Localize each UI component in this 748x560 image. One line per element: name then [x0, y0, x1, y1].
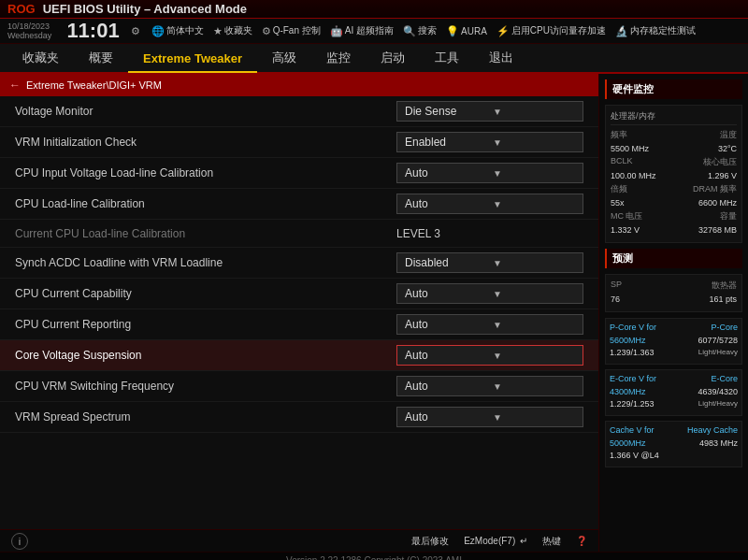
- toolbar-aura-label: AURA: [461, 26, 487, 36]
- settings-list: Voltage Monitor Die Sense ▼ VRM Initiali…: [0, 96, 598, 529]
- setting-synch-acdc-dropdown[interactable]: Disabled ▼: [396, 252, 583, 273]
- toolbar: 🌐 简体中文 ★ 收藏夹 ⚙ Q-Fan 控制 🤖 AI 超频指南 🔍 搜索 💡…: [151, 24, 696, 37]
- hw-mc-v-label: MC 电压: [611, 210, 643, 223]
- setting-cpu-current-cap-dropdown[interactable]: Auto ▼: [396, 283, 583, 304]
- dropdown-arrow-5: ▼: [493, 258, 575, 268]
- clock-time: 11:01: [66, 21, 119, 41]
- pcore-v-for-value: 1.239/1.363: [610, 348, 654, 357]
- hw-proc-mem-title: 处理器/内存: [611, 110, 737, 125]
- sp-label: SP: [611, 280, 622, 292]
- hw-temp-value: 32°C: [718, 144, 737, 153]
- left-panel: ← Extreme Tweaker\DIGI+ VRM Voltage Moni…: [0, 74, 598, 552]
- language-icon: 🌐: [151, 25, 165, 37]
- hw-bclk-val-row: 100.00 MHz 1.296 V: [611, 171, 737, 180]
- nav-exit[interactable]: 退出: [474, 44, 528, 74]
- toolbar-aura[interactable]: 💡 AURA: [446, 25, 487, 37]
- setting-cpu-llc-dropdown[interactable]: Auto ▼: [396, 194, 583, 214]
- toolbar-language[interactable]: 🌐 简体中文: [151, 24, 204, 37]
- setting-cpu-vrm-freq-dropdown[interactable]: Auto ▼: [396, 376, 583, 396]
- toolbar-cpu-boost[interactable]: ⚡ 启用CPU访问量存加速: [496, 24, 606, 37]
- toolbar-ai-label: AI 超频指南: [345, 24, 394, 37]
- hw-temp-label: 温度: [720, 129, 737, 141]
- dropdown-arrow-8: ▼: [493, 351, 575, 361]
- setting-vrm-init-value: Enabled: [405, 136, 487, 149]
- hw-mult-val-row: 55x 6600 MHz: [611, 198, 737, 208]
- hotkey-btn[interactable]: 热键: [542, 535, 561, 548]
- settings-icon[interactable]: ⚙: [131, 25, 140, 37]
- setting-core-v-suspension-dropdown[interactable]: Auto ▼: [396, 345, 583, 366]
- hw-freq-row: 频率 温度: [611, 129, 737, 141]
- ecore-v-for-label: E-Core V for: [610, 374, 656, 383]
- nav-tools[interactable]: 工具: [420, 44, 474, 74]
- ez-mode-btn[interactable]: EzMode(F7) ↵: [464, 536, 527, 546]
- header-bar: ROG UEFI BIOS Utility – Advanced Mode: [0, 0, 748, 19]
- setting-cpu-current-report-dropdown[interactable]: Auto ▼: [396, 314, 583, 335]
- hw-capacity-value: 32768 MB: [698, 225, 737, 235]
- nav-advanced[interactable]: 高级: [257, 44, 311, 74]
- pcore-v-for-label: P-Core V for: [610, 323, 656, 332]
- dropdown-arrow-9: ▼: [493, 381, 575, 392]
- cpu-boost-icon: ⚡: [496, 25, 510, 37]
- nav-monitor[interactable]: 监控: [311, 44, 366, 74]
- breadcrumb: ← Extreme Tweaker\DIGI+ VRM: [0, 74, 598, 96]
- cache-lh-label: Heavy Cache: [687, 425, 738, 435]
- heatsink-label: 散热器: [712, 280, 737, 292]
- predict-title: 预测: [605, 249, 742, 268]
- dropdown-arrow-6: ▼: [493, 289, 575, 299]
- pcore-lh-sub: Light/Heavy: [698, 348, 738, 357]
- setting-core-v-suspension-label: Core Voltage Suspension: [15, 349, 396, 362]
- rog-logo: ROG: [7, 2, 36, 16]
- setting-voltage-monitor-dropdown[interactable]: Die Sense ▼: [396, 101, 583, 122]
- right-panel: 硬件监控 处理器/内存 频率 温度 5500 MHz 32°C BCLK 核心电…: [598, 74, 748, 552]
- setting-vrm-spread-dropdown[interactable]: Auto ▼: [396, 407, 583, 427]
- hw-bclk-value: 100.00 MHz: [611, 171, 656, 180]
- nav-boot[interactable]: 启动: [366, 44, 420, 74]
- cache-v-group: Cache V for Heavy Cache 5000MHz 4983 MHz…: [605, 421, 742, 467]
- cache-v-for-freq: 5000MHz: [610, 438, 646, 448]
- pcore-v-group: P-Core V for P-Core 5600MHz 6077/5728 1.…: [605, 318, 742, 365]
- dropdown-arrow-1: ▼: [493, 137, 575, 148]
- toolbar-mem-test[interactable]: 🔬 内存稳定性测试: [615, 24, 696, 37]
- hw-mult-label: 倍频: [611, 183, 627, 195]
- setting-vrm-init-label: VRM Initialization Check: [15, 136, 396, 149]
- clock-bar: 10/18/2023 Wednesday 11:01 ⚙ 🌐 简体中文 ★ 收藏…: [0, 19, 748, 44]
- version-text: Version 2.22.1286 Copyright (C) 2023 AMI: [286, 555, 462, 560]
- setting-cpu-vrm-freq-value: Auto: [405, 380, 487, 393]
- hw-mc-v-value: 1.332 V: [611, 225, 640, 235]
- info-icon[interactable]: i: [11, 533, 28, 550]
- hw-mult-row: 倍频 DRAM 频率: [611, 183, 737, 195]
- breadcrumb-arrow: ←: [9, 79, 21, 92]
- hw-freq-label: 频率: [611, 129, 627, 141]
- nav-bar: 收藏夹 概要 Extreme Tweaker 高级 监控 启动 工具 退出: [0, 44, 748, 74]
- main-area: ← Extreme Tweaker\DIGI+ VRM Voltage Moni…: [0, 74, 748, 552]
- setting-cpu-input-llc-dropdown[interactable]: Auto ▼: [396, 163, 583, 183]
- toolbar-cpu-boost-label: 启用CPU访问量存加速: [511, 24, 606, 37]
- nav-extreme-tweaker[interactable]: Extreme Tweaker: [128, 46, 257, 73]
- setting-voltage-monitor: Voltage Monitor Die Sense ▼: [0, 96, 598, 127]
- toolbar-ai[interactable]: 🤖 AI 超频指南: [330, 24, 394, 37]
- toolbar-search[interactable]: 🔍 搜索: [403, 24, 437, 37]
- nav-overview[interactable]: 概要: [74, 44, 128, 74]
- version-bar: Version 2.22.1286 Copyright (C) 2023 AMI: [0, 552, 748, 560]
- nav-favorites[interactable]: 收藏夹: [7, 44, 74, 74]
- toolbar-favorites[interactable]: ★ 收藏夹: [213, 24, 252, 37]
- setting-cpu-current-report-label: CPU Current Reporting: [15, 318, 396, 331]
- hw-freq-val-row: 5500 MHz 32°C: [611, 144, 737, 153]
- setting-cpu-current-cap: CPU Current Capability Auto ▼: [0, 279, 598, 309]
- last-modified-btn[interactable]: 最后修改: [411, 535, 449, 548]
- clock-day: Wednesday: [7, 31, 51, 40]
- hw-dram-freq-value: 6600 MHz: [698, 198, 737, 208]
- hw-core-v-value: 1.296 V: [708, 171, 737, 180]
- sp-value: 76: [611, 294, 620, 304]
- setting-cpu-vrm-freq: CPU VRM Switching Frequency Auto ▼: [0, 371, 598, 402]
- setting-core-v-suspension-value: Auto: [405, 349, 487, 362]
- hw-capacity-label: 容量: [720, 210, 737, 223]
- cache-lh-value: 4983 MHz: [699, 438, 738, 448]
- toolbar-qfan[interactable]: ⚙ Q-Fan 控制: [262, 24, 321, 37]
- pcore-lh-value: 6077/5728: [698, 336, 738, 345]
- hw-freq-value: 5500 MHz: [611, 144, 649, 153]
- pcore-v-for-freq: 5600MHz: [610, 336, 646, 345]
- setting-vrm-init-dropdown[interactable]: Enabled ▼: [396, 132, 583, 152]
- dropdown-arrow-0: ▼: [493, 107, 575, 117]
- setting-cpu-llc-value: Auto: [405, 197, 487, 210]
